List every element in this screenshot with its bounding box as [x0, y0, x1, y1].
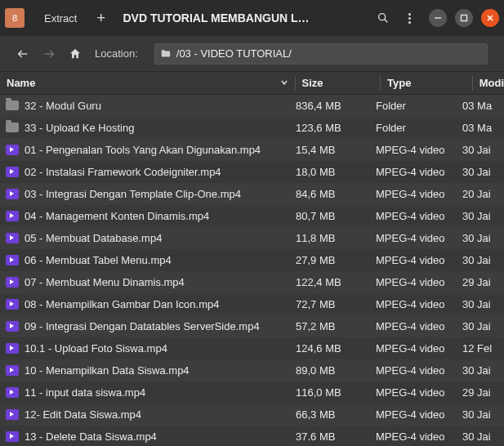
- file-list: 32 - Modul Guru836,4 MBFolder03 Ma33 - U…: [0, 95, 504, 446]
- file-row[interactable]: 03 - Integrasi Dengan Template Clip-One.…: [0, 183, 504, 205]
- extract-button[interactable]: Extract: [36, 7, 85, 29]
- new-tab-button[interactable]: +: [88, 5, 113, 32]
- file-modified: 30 Jai: [462, 254, 504, 266]
- location-label: Location:: [95, 47, 138, 60]
- file-name: 10.1 - Upload Foto Siswa.mp4: [25, 342, 296, 355]
- file-row[interactable]: 11 - input data siswa.mp4116,0 MBMPEG-4 …: [0, 381, 504, 404]
- file-size: 11,8 MB: [296, 232, 376, 244]
- svg-line-1: [385, 20, 388, 23]
- column-header-type[interactable]: Type: [386, 77, 472, 89]
- video-icon: [5, 253, 20, 266]
- file-name: 10 - Menampilkan Data Siswa.mp4: [25, 364, 296, 377]
- maximize-icon: [460, 14, 468, 22]
- file-name: 12- Edit Data Siswa.mp4: [25, 408, 296, 421]
- chevron-down-icon: [280, 78, 288, 87]
- column-header-row: Name Size Type Modi: [0, 72, 504, 95]
- file-size: 27,9 MB: [296, 254, 376, 266]
- video-icon: [5, 363, 20, 377]
- home-button[interactable]: [69, 47, 82, 60]
- file-row[interactable]: 09 - Integrasi Dengan Datatables ServerS…: [0, 315, 504, 337]
- file-row[interactable]: 08 - Menampilkan Gambar Dan Icon.mp472,7…: [0, 293, 504, 315]
- menu-button[interactable]: [398, 7, 421, 29]
- file-type: MPEG-4 video: [376, 254, 462, 266]
- location-field[interactable]: /03 - VIDEO TUTORIAL/: [154, 43, 488, 65]
- file-name: 09 - Integrasi Dengan Datatables ServerS…: [25, 320, 296, 332]
- file-size: 66,3 MB: [296, 408, 376, 421]
- file-size: 18,0 MB: [296, 166, 376, 178]
- file-name: 01 - Pengenalan Tools Yang Akan Digunaka…: [25, 144, 296, 156]
- file-row[interactable]: 07 - Membuat Menu Dinamis.mp4122,4 MBMPE…: [0, 271, 504, 293]
- video-icon: [5, 319, 20, 332]
- arrow-left-icon: [16, 47, 29, 60]
- navbar: Location: /03 - VIDEO TUTORIAL/: [0, 36, 504, 72]
- file-name: 02 - Instalasi Framework Codeigniter.mp4: [25, 166, 296, 178]
- file-size: 84,6 MB: [296, 188, 376, 200]
- file-row[interactable]: 10.1 - Upload Foto Siswa.mp4124,6 MBMPEG…: [0, 337, 504, 359]
- file-modified: 03 Ma: [462, 122, 504, 134]
- file-size: 72,7 MB: [296, 298, 376, 310]
- close-button[interactable]: [481, 9, 499, 27]
- file-name: 04 - Management Konten Dinamis.mp4: [25, 210, 296, 222]
- folder-icon: [5, 99, 20, 112]
- file-row[interactable]: 10 - Menampilkan Data Siswa.mp489,0 MBMP…: [0, 359, 504, 381]
- file-type: MPEG-4 video: [376, 188, 462, 200]
- file-name: 33 - Upload Ke Hosting: [25, 122, 296, 134]
- video-icon: [5, 430, 20, 443]
- file-name: 08 - Menampilkan Gambar Dan Icon.mp4: [25, 298, 296, 310]
- video-icon: [5, 275, 20, 288]
- kebab-icon: [408, 13, 411, 16]
- file-type: MPEG-4 video: [376, 298, 462, 310]
- sort-indicator: [280, 77, 288, 89]
- workspace-badge: 8: [5, 8, 25, 28]
- column-header-modified[interactable]: Modi: [478, 77, 504, 89]
- file-name: 32 - Modul Guru: [25, 100, 296, 112]
- file-modified: 30 Jai: [462, 408, 504, 421]
- window-title: DVD TUTORIAL MEMBANGUN L…: [116, 11, 368, 25]
- file-row[interactable]: 12- Edit Data Siswa.mp466,3 MBMPEG-4 vid…: [0, 404, 504, 426]
- file-type: MPEG-4 video: [376, 210, 462, 222]
- maximize-button[interactable]: [455, 9, 473, 27]
- file-name: 13 - Delete Data Siswa.mp4: [25, 430, 296, 443]
- file-size: 15,4 MB: [296, 144, 376, 156]
- svg-rect-3: [462, 16, 467, 21]
- file-modified: 30 Jai: [462, 144, 504, 156]
- minimize-icon: [434, 14, 442, 22]
- file-modified: 30 Jai: [462, 364, 504, 377]
- folder-icon: [5, 121, 20, 134]
- file-size: 89,0 MB: [296, 364, 376, 377]
- file-modified: 30 Jai: [462, 430, 504, 443]
- file-modified: 30 Jai: [462, 166, 504, 178]
- arrow-right-icon: [42, 47, 56, 60]
- file-row[interactable]: 13 - Delete Data Siswa.mp437.6 MBMPEG-4 …: [0, 426, 504, 446]
- file-row[interactable]: 04 - Management Konten Dinamis.mp480,7 M…: [0, 205, 504, 227]
- file-modified: 20 Jai: [462, 188, 504, 200]
- video-icon: [5, 408, 20, 421]
- file-size: 37.6 MB: [296, 430, 376, 443]
- search-button[interactable]: [372, 7, 395, 29]
- file-type: MPEG-4 video: [376, 408, 462, 421]
- close-icon: [486, 14, 494, 22]
- forward-button[interactable]: [42, 47, 56, 60]
- column-header-name[interactable]: Name: [0, 77, 295, 89]
- video-icon: [5, 231, 20, 244]
- file-row[interactable]: 02 - Instalasi Framework Codeigniter.mp4…: [0, 161, 504, 183]
- column-header-size[interactable]: Size: [301, 77, 381, 89]
- file-name: 05 - Membuat Database.mp4: [25, 232, 296, 244]
- file-modified: 03 Ma: [462, 100, 504, 112]
- svg-point-0: [379, 14, 386, 20]
- back-button[interactable]: [16, 47, 29, 60]
- file-type: MPEG-4 video: [376, 320, 462, 332]
- video-icon: [5, 165, 20, 178]
- file-size: 836,4 MB: [296, 100, 376, 112]
- file-row[interactable]: 05 - Membuat Database.mp411,8 MBMPEG-4 v…: [0, 227, 504, 249]
- minimize-button[interactable]: [429, 9, 447, 27]
- file-modified: 30 Jai: [462, 232, 504, 244]
- folder-icon: [160, 48, 172, 60]
- file-row[interactable]: 06 - Membuat Tabel Menu.mp427,9 MBMPEG-4…: [0, 249, 504, 271]
- file-row[interactable]: 01 - Pengenalan Tools Yang Akan Digunaka…: [0, 139, 504, 161]
- file-row[interactable]: 33 - Upload Ke Hosting123,6 MBFolder03 M…: [0, 117, 504, 139]
- file-name: 11 - input data siswa.mp4: [25, 386, 296, 399]
- file-type: MPEG-4 video: [376, 166, 462, 178]
- file-modified: 12 Fel: [462, 342, 504, 355]
- file-row[interactable]: 32 - Modul Guru836,4 MBFolder03 Ma: [0, 95, 504, 117]
